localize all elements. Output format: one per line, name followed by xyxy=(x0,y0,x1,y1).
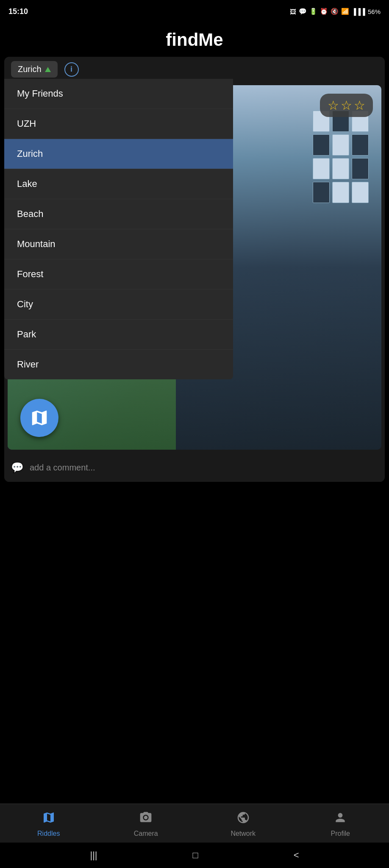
star-3: ☆ xyxy=(354,98,365,113)
profile-label: Profile xyxy=(331,830,350,837)
window-cell xyxy=(313,134,330,156)
star-2: ☆ xyxy=(341,98,352,113)
bottom-navigation: Riddles Camera Network Profile xyxy=(0,804,389,843)
stars-badge: ☆ ☆ ☆ xyxy=(320,94,373,117)
mute-icon: 🔇 xyxy=(331,8,339,15)
comment-placeholder-text[interactable]: add a comment... xyxy=(30,463,95,473)
camera-icon xyxy=(139,811,153,827)
window-cell xyxy=(332,158,349,179)
map-icon xyxy=(30,408,49,428)
map-fab-button[interactable] xyxy=(20,399,58,437)
dropdown-item-river[interactable]: River xyxy=(4,350,233,379)
dropdown-item-park[interactable]: Park xyxy=(4,320,233,350)
wifi-icon: 📶 xyxy=(341,8,349,15)
window-cell xyxy=(332,182,349,203)
window-cell xyxy=(313,158,330,179)
window-grid xyxy=(313,111,369,298)
nav-item-network[interactable]: Network xyxy=(194,804,292,843)
dropdown-item-city[interactable]: City xyxy=(4,289,233,320)
network-label: Network xyxy=(231,830,256,837)
dropdown-item-lake[interactable]: Lake xyxy=(4,169,233,199)
dropdown-item-beach[interactable]: Beach xyxy=(4,199,233,229)
dropdown-item-my-friends[interactable]: My Friends xyxy=(4,79,233,109)
app-title: findMe xyxy=(0,30,389,50)
nav-item-profile[interactable]: Profile xyxy=(292,804,389,843)
info-icon[interactable]: i xyxy=(64,62,79,77)
window-cell xyxy=(332,134,349,156)
window-cell xyxy=(313,182,330,203)
alarm-icon: ⏰ xyxy=(320,8,328,15)
status-bar: 15:10 🖼 💬 🔋 ⏰ 🔇 📶 ▐▐▐ 56% xyxy=(0,0,389,21)
app-title-area: findMe xyxy=(0,21,389,57)
profile-icon xyxy=(333,811,347,827)
battery-level: 56% xyxy=(368,8,381,15)
location-dropdown-trigger[interactable]: Zurich xyxy=(11,61,58,78)
status-icons: 🖼 💬 🔋 ⏰ 🔇 📶 ▐▐▐ 56% xyxy=(290,8,381,15)
dropdown-trigger-row: Zurich i xyxy=(4,57,385,82)
camera-label: Camera xyxy=(134,830,158,837)
dropdown-item-mountain[interactable]: Mountain xyxy=(4,229,233,259)
nav-item-camera[interactable]: Camera xyxy=(97,804,195,843)
whatsapp-icon: 💬 xyxy=(299,8,307,15)
system-nav-bar: ||| □ < xyxy=(0,843,389,868)
charging-icon: 🔋 xyxy=(309,8,317,15)
dropdown-item-zurich[interactable]: Zurich xyxy=(4,139,233,169)
riddles-label: Riddles xyxy=(37,830,60,837)
star-1: ☆ xyxy=(328,98,339,113)
back-button[interactable]: < xyxy=(294,850,299,861)
dropdown-item-forest[interactable]: Forest xyxy=(4,259,233,289)
dropdown-menu: My Friends UZH Zurich Lake Beach Mountai… xyxy=(4,79,233,379)
dropdown-item-uzh[interactable]: UZH xyxy=(4,109,233,139)
dropdown-selected-label: Zurich xyxy=(18,64,42,74)
status-time: 15:10 xyxy=(8,7,28,16)
dropdown-arrow-icon xyxy=(45,67,51,72)
window-cell xyxy=(352,182,369,203)
home-button[interactable]: □ xyxy=(192,850,198,861)
comment-area: 💬 add a comment... xyxy=(4,453,385,482)
window-cell xyxy=(352,158,369,179)
photo-icon: 🖼 xyxy=(290,8,296,15)
network-globe-icon xyxy=(236,811,250,827)
riddles-map-icon xyxy=(42,811,56,827)
comment-icon: 💬 xyxy=(11,462,24,473)
recent-apps-button[interactable]: ||| xyxy=(90,850,97,861)
nav-item-riddles[interactable]: Riddles xyxy=(0,804,97,843)
window-cell xyxy=(352,134,369,156)
signal-bars: ▐▐▐ xyxy=(352,8,365,15)
main-content: Zurich i My Friends UZH Zurich Lake Beac… xyxy=(4,57,385,482)
